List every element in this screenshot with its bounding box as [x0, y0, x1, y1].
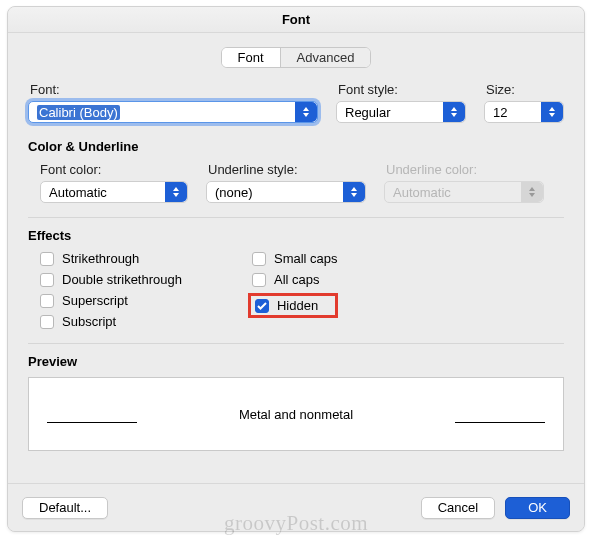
font-label: Font:	[28, 82, 318, 97]
font-color-label: Font color:	[28, 162, 188, 177]
underline-style-value: (none)	[215, 185, 253, 200]
underline-style-combo[interactable]: (none)	[206, 181, 366, 203]
small-caps-check[interactable]: Small caps	[252, 251, 338, 266]
checkbox-icon	[40, 273, 54, 287]
superscript-label: Superscript	[62, 293, 128, 308]
double-strike-label: Double strikethrough	[62, 272, 182, 287]
size-label: Size:	[484, 82, 564, 97]
font-value: Calibri (Body)	[37, 105, 120, 120]
underline-color-value: Automatic	[393, 185, 451, 200]
hidden-check[interactable]: Hidden	[255, 298, 327, 313]
chevron-updown-icon	[443, 102, 465, 122]
chevron-updown-icon	[295, 102, 317, 122]
chevron-updown-icon	[165, 182, 187, 202]
chevron-updown-icon	[521, 182, 543, 202]
preview-box: Metal and nonmetal	[28, 377, 564, 451]
baseline-line	[455, 422, 545, 423]
checkbox-icon	[40, 315, 54, 329]
underline-color-label: Underline color:	[384, 162, 544, 177]
subscript-check[interactable]: Subscript	[40, 314, 182, 329]
all-caps-label: All caps	[274, 272, 320, 287]
checkbox-icon	[40, 252, 54, 266]
small-caps-label: Small caps	[274, 251, 338, 266]
font-style-combo[interactable]: Regular	[336, 101, 466, 123]
tab-bar: Font Advanced	[8, 47, 584, 68]
baseline-line	[47, 422, 137, 423]
hidden-highlight: Hidden	[248, 293, 338, 318]
tab-advanced[interactable]: Advanced	[281, 48, 371, 67]
font-dialog: Font Font Advanced Font: Calibri (Body) …	[7, 6, 585, 532]
underline-color-combo: Automatic	[384, 181, 544, 203]
checkbox-icon	[252, 273, 266, 287]
ok-button[interactable]: OK	[505, 497, 570, 519]
default-button[interactable]: Default...	[22, 497, 108, 519]
underline-style-label: Underline style:	[206, 162, 366, 177]
all-caps-check[interactable]: All caps	[252, 272, 338, 287]
hidden-label: Hidden	[277, 298, 318, 313]
font-combo[interactable]: Calibri (Body)	[28, 101, 318, 123]
cancel-button[interactable]: Cancel	[421, 497, 495, 519]
chevron-updown-icon	[343, 182, 365, 202]
chevron-updown-icon	[541, 102, 563, 122]
dialog-footer: Default... Cancel OK	[8, 483, 584, 531]
double-strike-check[interactable]: Double strikethrough	[40, 272, 182, 287]
divider	[28, 217, 564, 218]
dialog-title: Font	[8, 7, 584, 33]
strikethrough-check[interactable]: Strikethrough	[40, 251, 182, 266]
font-color-combo[interactable]: Automatic	[40, 181, 188, 203]
tab-font[interactable]: Font	[222, 48, 281, 67]
size-combo[interactable]: 12	[484, 101, 564, 123]
font-style-label: Font style:	[336, 82, 466, 97]
font-style-value: Regular	[345, 105, 391, 120]
strikethrough-label: Strikethrough	[62, 251, 139, 266]
color-underline-heading: Color & Underline	[28, 139, 564, 154]
font-color-value: Automatic	[49, 185, 107, 200]
preview-text: Metal and nonmetal	[239, 407, 353, 422]
checkbox-checked-icon	[255, 299, 269, 313]
size-value: 12	[493, 105, 507, 120]
divider	[28, 343, 564, 344]
checkbox-icon	[40, 294, 54, 308]
superscript-check[interactable]: Superscript	[40, 293, 182, 308]
checkbox-icon	[252, 252, 266, 266]
subscript-label: Subscript	[62, 314, 116, 329]
preview-heading: Preview	[28, 354, 564, 369]
effects-heading: Effects	[28, 228, 564, 243]
